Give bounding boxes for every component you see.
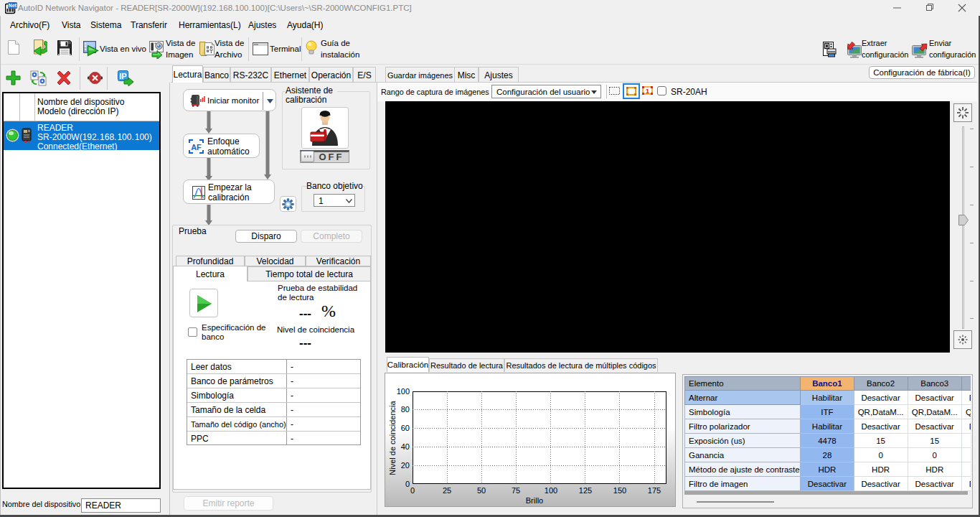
svg-text:Net: Net: [9, 3, 17, 8]
svg-text:150: 150: [613, 486, 626, 495]
svg-text:0: 0: [410, 486, 415, 495]
svg-text:75: 75: [512, 486, 520, 495]
svg-text:0: 0: [405, 480, 410, 488]
svg-text:40: 40: [401, 442, 410, 451]
svg-text:20: 20: [401, 461, 410, 470]
svg-text:100: 100: [397, 387, 410, 396]
svg-text:80: 80: [401, 405, 410, 414]
svg-text:1: 1: [646, 87, 650, 95]
svg-text:50: 50: [477, 486, 486, 495]
svg-text:60: 60: [401, 424, 410, 432]
svg-text:175: 175: [648, 486, 661, 495]
svg-text:Brillo: Brillo: [526, 496, 543, 505]
svg-text:AF: AF: [191, 143, 202, 152]
svg-text:IP: IP: [119, 72, 126, 80]
svg-text:125: 125: [579, 486, 592, 495]
svg-text:100: 100: [545, 486, 557, 495]
svg-text:Nivel de coincidencia: Nivel de coincidencia: [388, 400, 397, 475]
svg-text:25: 25: [443, 486, 451, 495]
